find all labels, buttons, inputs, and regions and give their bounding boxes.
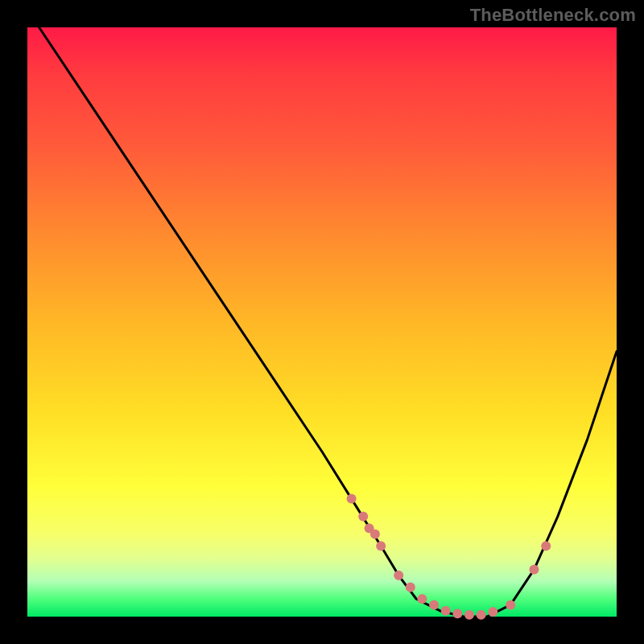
highlight-point xyxy=(429,600,439,609)
highlight-point xyxy=(541,541,551,551)
curve-layer xyxy=(39,27,617,617)
highlight-point xyxy=(417,594,427,604)
highlight-point xyxy=(376,541,386,551)
highlight-point xyxy=(347,494,357,504)
chart-frame: TheBottleneck.com xyxy=(0,0,644,644)
highlight-point xyxy=(530,564,539,574)
highlight-point xyxy=(370,530,380,539)
chart-svg xyxy=(27,27,617,617)
watermark-text: TheBottleneck.com xyxy=(470,5,636,26)
highlight-point xyxy=(506,600,515,609)
points-layer xyxy=(347,494,551,620)
highlight-point xyxy=(406,582,415,592)
highlight-point xyxy=(464,610,474,620)
highlight-point xyxy=(441,606,451,616)
highlight-point xyxy=(394,571,403,580)
highlight-point xyxy=(452,609,462,618)
bottleneck-curve-path xyxy=(39,27,617,617)
plot-area xyxy=(27,27,617,617)
highlight-point xyxy=(358,512,368,522)
highlight-point xyxy=(488,607,497,617)
highlight-point xyxy=(477,610,486,620)
